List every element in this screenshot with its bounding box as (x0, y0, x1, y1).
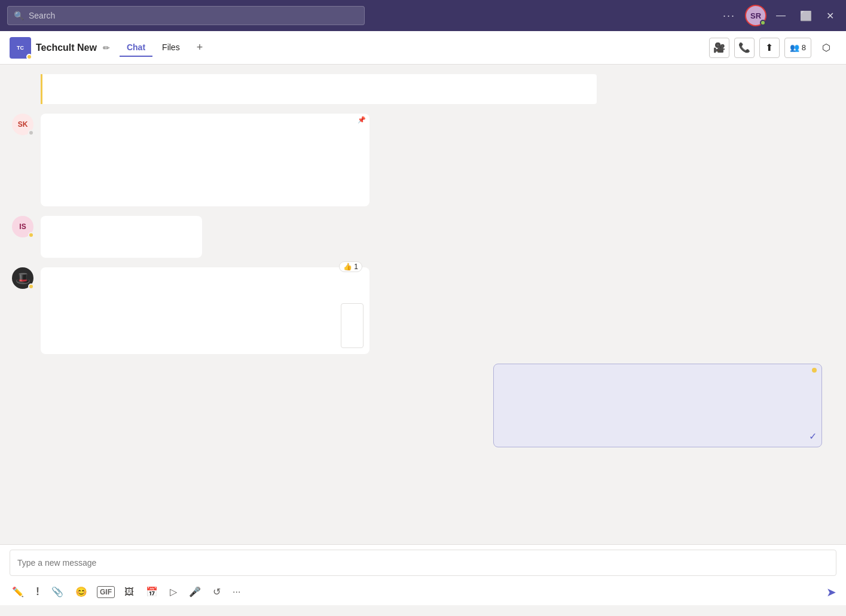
message-sent-icon: ✓ (809, 431, 817, 442)
pin-indicator: 📌 (358, 116, 366, 124)
format-button[interactable]: ✏️ (10, 584, 26, 600)
titlebar: 🔍 Search ··· SR — ⬜ ✕ (0, 0, 846, 31)
members-icon: 👥 (790, 43, 799, 52)
unread-dot (812, 368, 817, 373)
reaction-badge[interactable]: 👍 1 (339, 261, 362, 272)
search-placeholder: Search (29, 11, 55, 20)
avatar-status-dot (28, 232, 34, 238)
message-group: IS (12, 216, 834, 258)
online-status-dot (760, 20, 766, 26)
attach-button[interactable]: 📎 (49, 584, 66, 600)
expand-icon: ⬡ (822, 42, 830, 53)
important-button[interactable]: ! (33, 583, 42, 600)
channel-name: Techcult New (36, 42, 97, 53)
message-group: 🎩 👍 1 (12, 267, 834, 354)
edit-name-icon[interactable]: ✏ (103, 43, 110, 53)
schedule-button[interactable]: 📅 (143, 584, 160, 600)
header-actions: 🎥 📞 ⬆ 👥 8 ⬡ (709, 38, 836, 58)
share-icon: ⬆ (765, 42, 773, 53)
loop-button[interactable]: ▷ (167, 584, 179, 600)
compose-area: ✏️ ! 📎 😊 GIF 🖼 📅 ▷ 🎤 ↺ ··· ➤ (0, 544, 846, 605)
minimize-button[interactable]: — (771, 8, 790, 23)
compose-toolbar: ✏️ ! 📎 😊 GIF 🖼 📅 ▷ 🎤 ↺ ··· ➤ (0, 581, 846, 605)
emoji-button[interactable]: 😊 (73, 584, 90, 600)
phone-icon: 📞 (738, 42, 750, 53)
message-scroll-indicator (41, 74, 597, 104)
titlebar-actions: ··· SR — ⬜ ✕ (718, 5, 839, 26)
more-tools-button[interactable]: ··· (230, 584, 243, 600)
message-bubble: 👍 1 (41, 267, 369, 354)
tab-chat[interactable]: Chat (120, 39, 152, 57)
self-message-bubble: ✓ (493, 364, 822, 447)
message-bubble: 📌 (41, 114, 369, 206)
search-bar[interactable]: 🔍 Search (7, 6, 365, 25)
avatar-sk2: 🎩 (12, 267, 33, 289)
audio-call-button[interactable]: 📞 (734, 38, 755, 58)
members-button[interactable]: 👥 8 (784, 38, 811, 58)
share-button[interactable]: ⬆ (759, 38, 780, 58)
channel-tabs: Chat Files (120, 39, 187, 57)
user-avatar[interactable]: SR (745, 5, 766, 26)
add-tab-button[interactable]: + (192, 39, 208, 56)
group-status-dot (26, 54, 32, 60)
send-button[interactable]: ➤ (826, 585, 836, 599)
self-message-container: ✓ (12, 364, 834, 447)
avatar-status-dot (28, 283, 34, 289)
sticker-button[interactable]: 🖼 (122, 584, 136, 600)
expand-button[interactable]: ⬡ (816, 38, 836, 58)
message-bubble (41, 216, 202, 258)
channel-header: TC Techcult New ✏ Chat Files + 🎥 📞 ⬆ 👥 8… (0, 31, 846, 65)
tab-files[interactable]: Files (155, 39, 187, 57)
compose-input[interactable] (10, 550, 836, 576)
more-button[interactable]: ··· (718, 7, 740, 25)
search-icon: 🔍 (14, 11, 24, 20)
approve-button[interactable]: ↺ (210, 584, 223, 600)
video-call-button[interactable]: 🎥 (709, 38, 729, 58)
audio-button[interactable]: 🎤 (187, 584, 203, 600)
group-avatar: TC (10, 37, 31, 59)
close-button[interactable]: ✕ (821, 8, 839, 24)
compose-input-row (0, 545, 846, 581)
maximize-button[interactable]: ⬜ (795, 8, 817, 24)
avatar-status-dot (28, 130, 34, 136)
avatar-is: IS (12, 216, 33, 237)
gif-button[interactable]: GIF (97, 586, 115, 598)
video-icon: 🎥 (713, 42, 725, 53)
message-group: SK 📌 (12, 114, 834, 206)
chat-area: SK 📌 IS 🎩 👍 1 ✓ (0, 65, 846, 544)
avatar-sk: SK (12, 114, 33, 135)
members-count: 8 (802, 43, 806, 52)
